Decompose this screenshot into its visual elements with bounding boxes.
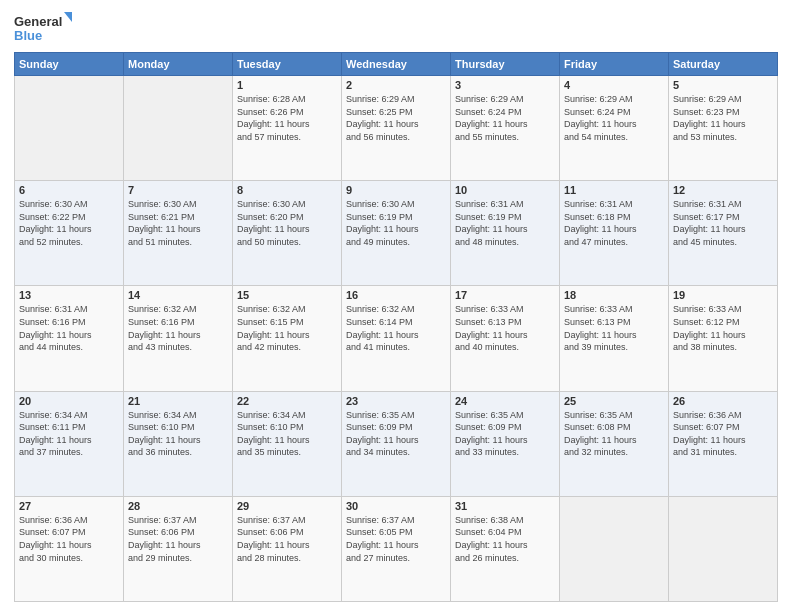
weekday-header-tuesday: Tuesday (233, 53, 342, 76)
daylight-text-line2: and 32 minutes. (564, 446, 664, 459)
day-info: Sunrise: 6:30 AMSunset: 6:19 PMDaylight:… (346, 198, 446, 248)
day-info: Sunrise: 6:36 AMSunset: 6:07 PMDaylight:… (673, 409, 773, 459)
sunrise-text: Sunrise: 6:36 AM (673, 409, 773, 422)
sunset-text: Sunset: 6:09 PM (346, 421, 446, 434)
day-info: Sunrise: 6:31 AMSunset: 6:16 PMDaylight:… (19, 303, 119, 353)
sunset-text: Sunset: 6:09 PM (455, 421, 555, 434)
sunrise-text: Sunrise: 6:30 AM (237, 198, 337, 211)
sunrise-text: Sunrise: 6:32 AM (237, 303, 337, 316)
day-number: 8 (237, 184, 337, 196)
sunset-text: Sunset: 6:05 PM (346, 526, 446, 539)
daylight-text-line2: and 51 minutes. (128, 236, 228, 249)
sunrise-text: Sunrise: 6:29 AM (564, 93, 664, 106)
calendar-cell: 29Sunrise: 6:37 AMSunset: 6:06 PMDayligh… (233, 496, 342, 601)
day-number: 17 (455, 289, 555, 301)
day-number: 22 (237, 395, 337, 407)
sunrise-text: Sunrise: 6:37 AM (346, 514, 446, 527)
daylight-text-line2: and 35 minutes. (237, 446, 337, 459)
daylight-text-line2: and 28 minutes. (237, 552, 337, 565)
daylight-text-line2: and 33 minutes. (455, 446, 555, 459)
sunrise-text: Sunrise: 6:31 AM (455, 198, 555, 211)
sunset-text: Sunset: 6:16 PM (128, 316, 228, 329)
sunrise-text: Sunrise: 6:37 AM (128, 514, 228, 527)
day-info: Sunrise: 6:36 AMSunset: 6:07 PMDaylight:… (19, 514, 119, 564)
day-info: Sunrise: 6:29 AMSunset: 6:24 PMDaylight:… (564, 93, 664, 143)
sunset-text: Sunset: 6:24 PM (564, 106, 664, 119)
daylight-text-line2: and 48 minutes. (455, 236, 555, 249)
daylight-text-line1: Daylight: 11 hours (346, 434, 446, 447)
day-number: 3 (455, 79, 555, 91)
day-number: 4 (564, 79, 664, 91)
day-number: 12 (673, 184, 773, 196)
sunrise-text: Sunrise: 6:38 AM (455, 514, 555, 527)
day-number: 23 (346, 395, 446, 407)
day-info: Sunrise: 6:31 AMSunset: 6:19 PMDaylight:… (455, 198, 555, 248)
calendar-cell: 15Sunrise: 6:32 AMSunset: 6:15 PMDayligh… (233, 286, 342, 391)
sunrise-text: Sunrise: 6:37 AM (237, 514, 337, 527)
day-info: Sunrise: 6:32 AMSunset: 6:16 PMDaylight:… (128, 303, 228, 353)
day-info: Sunrise: 6:29 AMSunset: 6:24 PMDaylight:… (455, 93, 555, 143)
calendar-cell: 5Sunrise: 6:29 AMSunset: 6:23 PMDaylight… (669, 76, 778, 181)
calendar-cell (560, 496, 669, 601)
sunset-text: Sunset: 6:22 PM (19, 211, 119, 224)
calendar-cell: 18Sunrise: 6:33 AMSunset: 6:13 PMDayligh… (560, 286, 669, 391)
daylight-text-line1: Daylight: 11 hours (237, 118, 337, 131)
daylight-text-line1: Daylight: 11 hours (564, 118, 664, 131)
sunset-text: Sunset: 6:07 PM (19, 526, 119, 539)
day-number: 6 (19, 184, 119, 196)
sunset-text: Sunset: 6:23 PM (673, 106, 773, 119)
daylight-text-line1: Daylight: 11 hours (237, 539, 337, 552)
calendar-cell: 30Sunrise: 6:37 AMSunset: 6:05 PMDayligh… (342, 496, 451, 601)
daylight-text-line1: Daylight: 11 hours (346, 223, 446, 236)
sunrise-text: Sunrise: 6:32 AM (346, 303, 446, 316)
daylight-text-line2: and 57 minutes. (237, 131, 337, 144)
day-info: Sunrise: 6:34 AMSunset: 6:10 PMDaylight:… (237, 409, 337, 459)
calendar-week-row: 27Sunrise: 6:36 AMSunset: 6:07 PMDayligh… (15, 496, 778, 601)
day-info: Sunrise: 6:38 AMSunset: 6:04 PMDaylight:… (455, 514, 555, 564)
calendar-cell: 20Sunrise: 6:34 AMSunset: 6:11 PMDayligh… (15, 391, 124, 496)
calendar-week-row: 13Sunrise: 6:31 AMSunset: 6:16 PMDayligh… (15, 286, 778, 391)
day-info: Sunrise: 6:35 AMSunset: 6:08 PMDaylight:… (564, 409, 664, 459)
calendar-cell: 12Sunrise: 6:31 AMSunset: 6:17 PMDayligh… (669, 181, 778, 286)
daylight-text-line2: and 45 minutes. (673, 236, 773, 249)
daylight-text-line1: Daylight: 11 hours (19, 539, 119, 552)
calendar-cell: 11Sunrise: 6:31 AMSunset: 6:18 PMDayligh… (560, 181, 669, 286)
day-number: 13 (19, 289, 119, 301)
logo: General Blue (14, 10, 74, 46)
daylight-text-line2: and 37 minutes. (19, 446, 119, 459)
sunrise-text: Sunrise: 6:32 AM (128, 303, 228, 316)
daylight-text-line2: and 54 minutes. (564, 131, 664, 144)
day-info: Sunrise: 6:31 AMSunset: 6:18 PMDaylight:… (564, 198, 664, 248)
sunrise-text: Sunrise: 6:29 AM (673, 93, 773, 106)
day-info: Sunrise: 6:31 AMSunset: 6:17 PMDaylight:… (673, 198, 773, 248)
daylight-text-line1: Daylight: 11 hours (564, 329, 664, 342)
day-info: Sunrise: 6:30 AMSunset: 6:22 PMDaylight:… (19, 198, 119, 248)
calendar-cell: 24Sunrise: 6:35 AMSunset: 6:09 PMDayligh… (451, 391, 560, 496)
daylight-text-line2: and 42 minutes. (237, 341, 337, 354)
sunset-text: Sunset: 6:16 PM (19, 316, 119, 329)
daylight-text-line1: Daylight: 11 hours (237, 434, 337, 447)
day-info: Sunrise: 6:34 AMSunset: 6:10 PMDaylight:… (128, 409, 228, 459)
day-number: 5 (673, 79, 773, 91)
calendar-cell: 9Sunrise: 6:30 AMSunset: 6:19 PMDaylight… (342, 181, 451, 286)
day-info: Sunrise: 6:33 AMSunset: 6:12 PMDaylight:… (673, 303, 773, 353)
sunrise-text: Sunrise: 6:33 AM (673, 303, 773, 316)
sunset-text: Sunset: 6:17 PM (673, 211, 773, 224)
calendar-cell: 3Sunrise: 6:29 AMSunset: 6:24 PMDaylight… (451, 76, 560, 181)
daylight-text-line1: Daylight: 11 hours (19, 434, 119, 447)
sunset-text: Sunset: 6:06 PM (128, 526, 228, 539)
daylight-text-line2: and 47 minutes. (564, 236, 664, 249)
calendar-cell: 1Sunrise: 6:28 AMSunset: 6:26 PMDaylight… (233, 76, 342, 181)
sunrise-text: Sunrise: 6:33 AM (455, 303, 555, 316)
day-info: Sunrise: 6:37 AMSunset: 6:05 PMDaylight:… (346, 514, 446, 564)
sunset-text: Sunset: 6:06 PM (237, 526, 337, 539)
calendar-week-row: 20Sunrise: 6:34 AMSunset: 6:11 PMDayligh… (15, 391, 778, 496)
calendar-cell: 6Sunrise: 6:30 AMSunset: 6:22 PMDaylight… (15, 181, 124, 286)
daylight-text-line2: and 52 minutes. (19, 236, 119, 249)
svg-marker-2 (64, 12, 72, 22)
daylight-text-line1: Daylight: 11 hours (128, 539, 228, 552)
header: General Blue (14, 10, 778, 46)
calendar-cell (124, 76, 233, 181)
day-number: 10 (455, 184, 555, 196)
daylight-text-line2: and 40 minutes. (455, 341, 555, 354)
